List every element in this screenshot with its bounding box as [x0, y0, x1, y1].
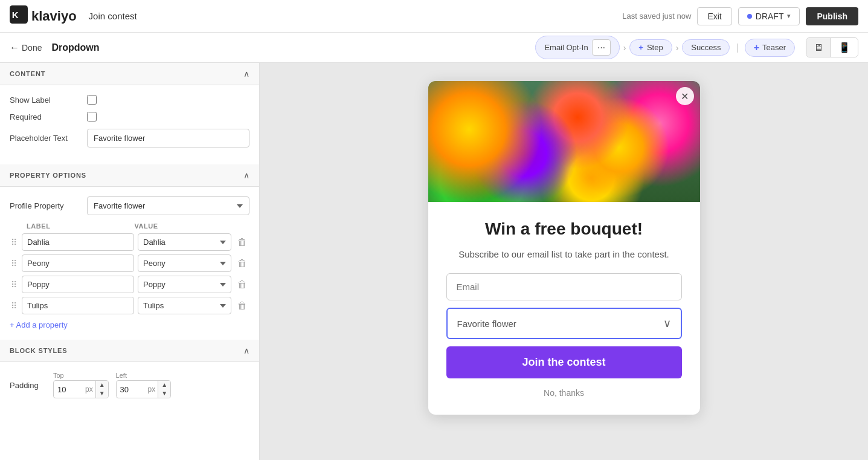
- modal-card: ✕ Win a free bouquet! Subscribe to our e…: [428, 81, 700, 415]
- top-padding-decrement[interactable]: ▼: [96, 389, 108, 398]
- right-canvas: ✕ Win a free bouquet! Subscribe to our e…: [260, 63, 868, 460]
- block-styles-title: BLOCK STYLES: [10, 347, 68, 354]
- options-table-header: Label Value: [10, 222, 249, 230]
- delete-tulips-button[interactable]: 🗑: [235, 299, 249, 313]
- show-label-row: Show Label: [10, 95, 249, 105]
- main-layout: CONTENT ∧ Show Label Required Placeholde…: [0, 63, 868, 460]
- option-label-input-dahlia[interactable]: [22, 233, 134, 251]
- teaser-pill[interactable]: + Teaser: [745, 39, 795, 57]
- back-label: Done: [22, 43, 42, 53]
- option-row-dahlia: ⠿ Dahlia 🗑: [10, 233, 249, 251]
- topnav-right: Last saved just now Exit DRAFT ▾ Publish: [622, 7, 858, 25]
- left-padding-input-wrap: px ▲ ▼: [116, 380, 172, 398]
- placeholder-text-input[interactable]: [87, 129, 249, 147]
- step-label: Step: [647, 43, 663, 52]
- draft-button[interactable]: DRAFT ▾: [738, 7, 800, 25]
- email-input[interactable]: [446, 273, 682, 300]
- block-styles-section-body: Padding Top px ▲ ▼ Left: [0, 362, 259, 408]
- sub-navigation: ← Done Dropdown Email Opt-In ⋯ › + Step …: [0, 33, 868, 63]
- logo-icon: K: [10, 5, 28, 27]
- top-stepper-btns: ▲ ▼: [95, 381, 108, 398]
- flower-image: ✕: [428, 81, 700, 202]
- desktop-view-button[interactable]: 🖥: [806, 38, 831, 57]
- drag-handle-icon-2[interactable]: ⠿: [10, 259, 18, 268]
- option-value-select-tulips[interactable]: Tulips: [138, 297, 231, 314]
- separator: |: [736, 42, 738, 53]
- option-value-select-peony[interactable]: Peony: [138, 254, 231, 272]
- modal-subtext: Subscribe to our email list to take part…: [446, 248, 682, 262]
- join-contest-button[interactable]: Join the contest: [446, 346, 682, 378]
- join-contest-label: Join contest: [89, 11, 137, 21]
- mobile-view-button[interactable]: 📱: [831, 38, 858, 57]
- drag-handle-icon-3[interactable]: ⠿: [10, 280, 18, 290]
- left-padding-input[interactable]: [117, 382, 146, 397]
- teaser-label: Teaser: [762, 43, 786, 52]
- no-thanks-link[interactable]: No, thanks: [446, 386, 682, 400]
- content-section-body: Show Label Required Placeholder Text: [0, 85, 259, 164]
- modal-close-button[interactable]: ✕: [676, 87, 694, 105]
- label-col-header: Label: [27, 222, 125, 230]
- email-opt-in-label: Email Opt-In: [544, 43, 588, 52]
- exit-button[interactable]: Exit: [697, 7, 731, 25]
- property-options-section-header[interactable]: PROPERTY OPTIONS ∧: [0, 164, 259, 187]
- property-options-section-body: Profile Property Favorite flower Label V…: [0, 187, 259, 340]
- email-opt-in-dots-button[interactable]: ⋯: [592, 39, 611, 56]
- top-padding-input-wrap: px ▲ ▼: [53, 380, 109, 398]
- back-arrow-icon: ←: [10, 42, 19, 53]
- modal-heading: Win a free bouquet!: [446, 219, 682, 239]
- option-value-select-poppy[interactable]: Poppy: [138, 276, 231, 293]
- step-arrow-icon: ›: [623, 43, 626, 53]
- logo-text: klaviyo: [31, 8, 77, 24]
- block-styles-section-header[interactable]: BLOCK STYLES ∧: [0, 340, 259, 362]
- value-col-header: Value: [135, 222, 233, 230]
- placeholder-text-row: Placeholder Text: [10, 129, 249, 147]
- delete-dahlia-button[interactable]: 🗑: [235, 236, 249, 249]
- app-logo: K klaviyo: [10, 5, 77, 27]
- option-label-input-poppy[interactable]: [22, 276, 134, 293]
- top-padding-field: Top px ▲ ▼: [53, 372, 109, 398]
- padding-label: Padding: [10, 381, 46, 390]
- profile-property-select[interactable]: Favorite flower: [87, 196, 249, 215]
- subnav-steps: Email Opt-In ⋯ › + Step › Success | + Te…: [535, 36, 858, 59]
- left-panel: CONTENT ∧ Show Label Required Placeholde…: [0, 63, 260, 460]
- option-row-peony: ⠿ Peony 🗑: [10, 254, 249, 272]
- left-padding-decrement[interactable]: ▼: [158, 389, 170, 398]
- show-label-checkbox[interactable]: [87, 95, 97, 105]
- required-checkbox[interactable]: [87, 112, 97, 121]
- delete-poppy-button[interactable]: 🗑: [235, 278, 249, 291]
- delete-peony-button[interactable]: 🗑: [235, 257, 249, 270]
- success-pill[interactable]: Success: [682, 39, 730, 56]
- left-padding-field: Left px ▲ ▼: [116, 372, 172, 398]
- top-padding-increment[interactable]: ▲: [96, 381, 108, 389]
- option-value-select-dahlia[interactable]: Dahlia: [138, 233, 231, 251]
- option-row-tulips: ⠿ Tulips 🗑: [10, 297, 249, 314]
- block-styles-chevron-icon: ∧: [243, 346, 249, 355]
- top-px-label: px: [83, 385, 95, 394]
- option-label-input-tulips[interactable]: [22, 297, 134, 314]
- top-padding-input[interactable]: [54, 382, 83, 397]
- dropdown-chevron-icon: ∨: [663, 317, 671, 330]
- email-opt-in-step[interactable]: Email Opt-In ⋯: [535, 36, 619, 59]
- step-pill[interactable]: + Step: [629, 39, 672, 56]
- teaser-plus-icon: +: [754, 42, 759, 53]
- profile-property-label: Profile Property: [10, 201, 82, 210]
- step-arrow-icon-2: ›: [676, 43, 679, 53]
- page-title: Dropdown: [51, 42, 99, 53]
- drag-handle-icon[interactable]: ⠿: [10, 238, 18, 247]
- back-button[interactable]: ← Done: [10, 42, 42, 53]
- left-label: Left: [116, 372, 172, 379]
- left-padding-increment[interactable]: ▲: [158, 381, 170, 389]
- chevron-down-icon: ▾: [787, 12, 791, 20]
- content-section-header[interactable]: CONTENT ∧: [0, 63, 259, 85]
- option-label-input-peony[interactable]: [22, 254, 134, 272]
- last-saved-label: Last saved just now: [622, 11, 691, 21]
- placeholder-text-label: Placeholder Text: [10, 134, 82, 143]
- draft-dot-icon: [747, 14, 752, 19]
- add-property-link[interactable]: + Add a property: [10, 320, 68, 329]
- favorite-flower-dropdown[interactable]: Favorite flower ∨: [446, 308, 682, 339]
- view-toggle: 🖥 📱: [806, 37, 858, 57]
- content-section-title: CONTENT: [10, 70, 45, 77]
- drag-handle-icon-4[interactable]: ⠿: [10, 301, 18, 311]
- publish-button[interactable]: Publish: [806, 7, 858, 25]
- profile-property-row: Profile Property Favorite flower: [10, 196, 249, 215]
